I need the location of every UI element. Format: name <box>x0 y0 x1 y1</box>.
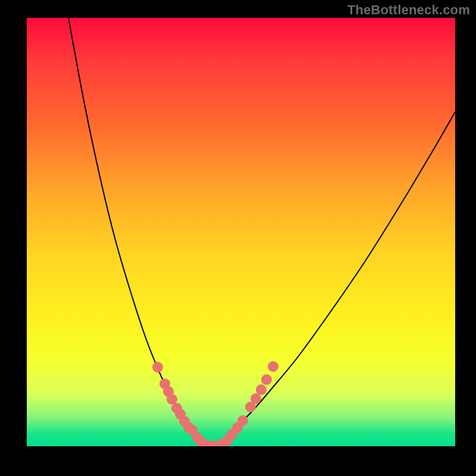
curve-layer <box>27 18 455 446</box>
chart-stage: TheBottleneck.com <box>0 0 476 476</box>
marker-dot <box>261 374 272 385</box>
marker-dot <box>268 361 278 372</box>
watermark-label: TheBottleneck.com <box>347 2 470 18</box>
marker-dot <box>237 415 248 426</box>
marker-dot <box>256 384 267 395</box>
marker-dot <box>250 393 261 404</box>
marker-dot <box>152 362 163 372</box>
plot-area <box>27 18 455 446</box>
